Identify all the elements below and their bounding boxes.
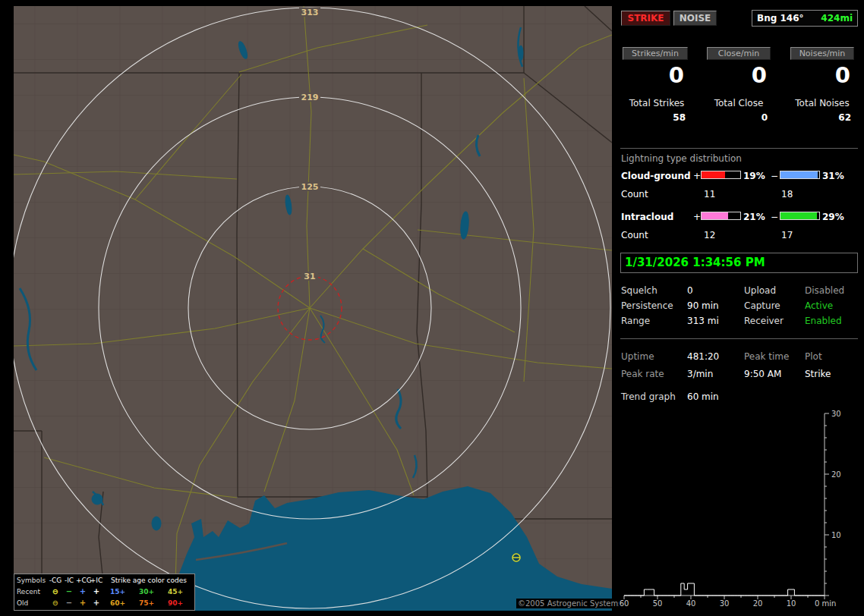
ic-minus-sign: − — [771, 212, 778, 222]
receiver-status: Enabled — [805, 316, 842, 326]
total-close-value: 0 — [701, 112, 777, 123]
cg-positive-bar-fill — [702, 171, 725, 178]
ic-negative-count: 17 — [781, 230, 793, 240]
peak-rate-value: 3/min — [687, 369, 713, 379]
total-strikes-label: Total Strikes — [619, 98, 695, 108]
clock-readout: 1/31/2026 1:34:56 PM — [620, 253, 858, 273]
squelch-label: Squelch — [621, 285, 657, 296]
ic-negative-bar — [780, 212, 820, 220]
neg-ic-recent-icon: − — [62, 587, 76, 596]
session-row-2: Peak rate 3/min 9:50 AM Strike — [619, 369, 864, 381]
cg-negative-count: 18 — [781, 189, 793, 200]
legend-header-row: Symbols -CG -IC +CG +IC Strike age color… — [14, 574, 194, 586]
svg-text:10: 10 — [831, 531, 841, 539]
pos-cg-old-icon: + — [76, 599, 90, 607]
upload-label: Upload — [744, 285, 776, 296]
legend-old-label: Old — [17, 599, 49, 607]
close-per-min-value: 0 — [707, 62, 771, 88]
section-divider — [620, 338, 858, 339]
age-15: 15+ — [103, 588, 132, 596]
svg-text:10: 10 — [787, 599, 796, 608]
trend-graph-chart: 3020106050403020100 min — [619, 401, 860, 613]
distribution-heading: Lightning type distribution — [621, 153, 742, 164]
legend-recent-label: Recent — [17, 588, 49, 596]
svg-text:40: 40 — [686, 599, 696, 608]
map-legend: Symbols -CG -IC +CG +IC Strike age color… — [14, 574, 195, 611]
pos-ic-recent-icon: + — [90, 587, 103, 596]
cloud-ground-row: Cloud-ground + 19% − 31% — [619, 171, 864, 183]
intracloud-row: Intracloud + 21% − 29% — [619, 212, 864, 224]
lightning-map[interactable]: 313 219 125 31 Symbols -CG -IC +CG +IC S… — [14, 6, 612, 611]
cg-minus-sign: − — [771, 171, 778, 181]
total-noises-label: Total Noises — [784, 98, 860, 108]
intracloud-label: Intracloud — [621, 212, 673, 222]
svg-text:0 min: 0 min — [815, 599, 836, 608]
legend-col-neg-cg: -CG — [49, 577, 62, 584]
ic-positive-count: 12 — [704, 230, 715, 240]
peak-time-value: 9:50 AM — [744, 369, 781, 379]
capture-label: Capture — [744, 300, 780, 311]
strikes-per-min-label: Strikes/min — [623, 47, 688, 60]
svg-text:50: 50 — [653, 599, 663, 608]
cg-negative-bar — [780, 171, 820, 179]
squelch-value: 0 — [687, 285, 693, 296]
ring-label-313: 313 — [301, 8, 319, 17]
ic-positive-pct: 21% — [743, 212, 765, 222]
neg-cg-old-icon: ⊖ — [49, 599, 62, 607]
cg-positive-pct: 19% — [743, 171, 765, 181]
legend-symbols-header: Symbols — [17, 577, 49, 584]
ic-count-row: Count 12 17 — [619, 230, 864, 242]
svg-text:20: 20 — [753, 599, 763, 608]
map-canvas: 313 219 125 31 — [14, 6, 612, 611]
copyright-text: ©2005 Astrogenic Systems — [516, 599, 612, 608]
neg-ic-old-icon: − — [62, 599, 76, 607]
uptime-label: Uptime — [621, 351, 654, 362]
noises-per-min-label: Noises/min — [790, 47, 854, 60]
bearing-readout: Bng 146° 424mi — [752, 10, 858, 27]
total-strikes-col: Total Strikes 58 — [619, 98, 695, 125]
bearing-distance: 424mi — [821, 13, 853, 24]
age-75: 75+ — [132, 599, 161, 607]
ic-negative-pct: 29% — [822, 212, 844, 222]
status-row-1: Squelch 0 Upload Disabled — [619, 285, 864, 297]
total-noises-value: 62 — [784, 112, 860, 123]
strikes-per-min-value: 0 — [623, 62, 688, 88]
legend-col-neg-ic: -IC — [62, 577, 76, 584]
svg-text:60: 60 — [620, 599, 629, 608]
plot-mode-value: Strike — [805, 369, 831, 379]
ring-label-219: 219 — [301, 93, 319, 102]
status-row-2: Persistence 90 min Capture Active — [619, 300, 864, 313]
ic-negative-bar-fill — [780, 212, 817, 219]
svg-text:30: 30 — [720, 599, 730, 608]
legend-col-pos-cg: +CG — [76, 577, 90, 584]
section-divider — [620, 148, 858, 149]
cg-count-label: Count — [621, 189, 648, 200]
legend-age-header: Strike age color codes — [103, 577, 194, 584]
upload-status: Disabled — [805, 285, 844, 296]
cg-plus-sign: + — [693, 171, 701, 181]
svg-text:20: 20 — [831, 470, 841, 479]
strike-toggle-button[interactable]: STRIKE — [621, 11, 670, 26]
cg-positive-bar — [701, 171, 741, 179]
range-label: Range — [621, 316, 650, 326]
close-per-min-label: Close/min — [707, 47, 771, 60]
legend-recent-row: Recent ⊖ − + + 15+ 30+ 45+ — [14, 586, 194, 597]
noise-toggle-button[interactable]: NOISE — [673, 11, 717, 26]
ring-label-31: 31 — [304, 272, 315, 281]
legend-old-row: Old ⊖ − + + 60+ 75+ 90+ — [14, 597, 194, 608]
cg-positive-count: 11 — [704, 189, 715, 200]
age-60: 60+ — [103, 599, 132, 607]
total-close-label: Total Close — [701, 98, 777, 108]
age-30: 30+ — [132, 588, 161, 596]
age-90: 90+ — [161, 599, 190, 607]
svg-text:30: 30 — [831, 410, 841, 418]
noise-marker-icon — [512, 554, 520, 561]
capture-status: Active — [805, 300, 833, 311]
cg-negative-pct: 31% — [822, 171, 844, 181]
bearing-label: Bng 146° — [757, 13, 804, 24]
cg-count-row: Count 11 18 — [619, 189, 864, 201]
persistence-value: 90 min — [687, 300, 719, 311]
receiver-label: Receiver — [744, 316, 784, 326]
ic-positive-bar — [701, 212, 741, 220]
age-45: 45+ — [161, 588, 190, 596]
